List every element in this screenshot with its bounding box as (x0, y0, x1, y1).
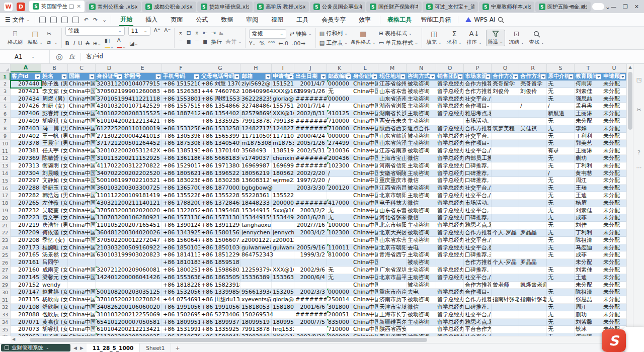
column-header-E[interactable]: E (123, 64, 162, 72)
cell-A5[interactable]: 207426 (11, 103, 41, 110)
cell-Q4[interactable] (492, 96, 519, 103)
cell-R24[interactable] (519, 244, 547, 252)
cell-P8[interactable]: 合作方推荐 (464, 125, 492, 133)
cell-Q26[interactable]: 个人-罗晶 (492, 259, 519, 267)
decrease-indent-icon[interactable]: ⇤ (203, 30, 207, 36)
cell-C3[interactable]: China中国 (68, 88, 96, 96)
borders-button[interactable]: ⊞⌄ (93, 41, 101, 47)
cell-C33[interactable]: China中国 (68, 311, 96, 319)
cell-G23[interactable]: +86 1506607386 (200, 237, 240, 244)
cell-P28[interactable]: 社交平台,/ (464, 274, 492, 282)
justify-icon[interactable]: ≣ (203, 39, 207, 45)
cell-B17[interactable]: 韩浩远 (男 (41, 192, 68, 200)
cell-P15[interactable]: 口碑推荐, (464, 177, 492, 185)
cell-P16[interactable]: 社交平台,/ (464, 185, 492, 192)
cell-R16[interactable] (519, 185, 547, 192)
increase-indent-icon[interactable]: ⇥ (211, 30, 215, 36)
cell-O13[interactable]: 留学总经办 (436, 162, 464, 170)
cell-J16[interactable]: 2003/3/30 (294, 185, 327, 192)
row-header-33[interactable]: 33 (0, 311, 11, 319)
cell-K33[interactable]: 200051 (327, 311, 352, 319)
header-cell-T[interactable]: 教育顾问 (575, 73, 602, 80)
header-cell-C[interactable]: 国籍 (68, 73, 96, 80)
cell-C34[interactable]: China中国 (68, 319, 96, 326)
cell-B29[interactable]: wendy (41, 282, 68, 289)
cell-Q29[interactable]: 曾老师 (492, 282, 519, 289)
cell-G3[interactable]: +44 7460762888 (200, 88, 240, 96)
cell-Q32[interactable] (492, 304, 519, 311)
cell-P25[interactable]: 口碑推荐,无 (464, 251, 492, 259)
cell-M25[interactable]: 青海省西宁 (378, 251, 407, 259)
cell-J10[interactable]: 2005/1/26 (294, 140, 327, 147)
currency-icon[interactable]: ¥⌄ (249, 41, 256, 47)
globe-icon[interactable]: ⊕ (581, 4, 586, 10)
cell-J9[interactable]: 2000/4/24 (294, 133, 327, 140)
sheet-tab-11_28_5_1000[interactable]: 11_28_5_1000 (87, 343, 140, 352)
cell-N16[interactable]: 被动咨询 (407, 185, 436, 192)
cell-U5[interactable]: 未分配 (602, 103, 626, 110)
cell-R17[interactable] (519, 192, 547, 200)
cell-H15[interactable]: 136083127 (240, 177, 272, 185)
row-header-22[interactable]: 22 (0, 229, 11, 237)
cell-R28[interactable] (519, 274, 547, 282)
cell-S12[interactable]: 无 (547, 155, 575, 162)
cell-I32[interactable]: 15818053 (272, 304, 294, 311)
cell-K12[interactable]: 200436 (327, 155, 352, 162)
cell-M23[interactable]: 山东省东营 (378, 237, 407, 244)
cell-Q7[interactable] (492, 118, 519, 125)
cell-B7[interactable]: 胡睿琪 (女 (41, 118, 68, 125)
cell-R14[interactable] (519, 170, 547, 178)
cell-O23[interactable]: 留学总经办 (436, 237, 464, 244)
column-header-L[interactable]: L (352, 64, 378, 72)
cell-S13[interactable]: 无 (547, 162, 575, 170)
cell-C30[interactable]: China中国 (68, 289, 96, 296)
row-header-3[interactable]: 3 (0, 88, 11, 96)
cell-K3[interactable]: 无 (327, 88, 352, 96)
cell-L17[interactable]: China中国 (352, 192, 378, 200)
cell-Q9[interactable] (492, 133, 519, 140)
cell-T12[interactable]: 蒯玏 (575, 155, 602, 162)
cell-T29[interactable]: 未分配 (575, 282, 602, 289)
cell-T4[interactable]: 强思喆 (575, 96, 602, 103)
row-header-24[interactable]: 24 (0, 244, 11, 252)
cell-F31[interactable]: +44 07546918 (162, 296, 200, 304)
select-all-corner[interactable] (0, 64, 11, 72)
cell-T10[interactable]: 郭美艺 (575, 140, 602, 147)
cell-B32[interactable]: 舒欣娴 (女 (41, 304, 68, 311)
cell-G26[interactable]: +86 1859518772 (200, 259, 240, 267)
cell-M24[interactable]: 北京市朝阳 (378, 244, 407, 252)
cell-T2[interactable]: 何雨涛 (575, 80, 602, 88)
cell-Q19[interactable] (492, 207, 519, 215)
cell-J32[interactable]: 2001/6/6 (294, 304, 327, 311)
cell-R19[interactable] (519, 207, 547, 215)
number-format-select[interactable]: 常规⌄ (249, 29, 286, 39)
cell-N17[interactable]: 主动咨询 (407, 192, 436, 200)
cell-B6[interactable]: 彭睿婧 (女 (41, 110, 68, 118)
prev-sheet-icon[interactable]: ◀ (73, 345, 77, 350)
header-cell-M[interactable]: 现住地址 (378, 73, 407, 80)
cell-T13[interactable]: 丁利利 (575, 162, 602, 170)
cell-U4[interactable]: 未分配 (602, 96, 626, 103)
cell-U15[interactable]: 未分配 (602, 177, 626, 185)
cell-K13[interactable]: 102300 (327, 162, 352, 170)
cell-S5[interactable]: / (547, 103, 575, 110)
cell-M29[interactable] (378, 282, 407, 289)
cell-N18[interactable]: 微信 (407, 200, 436, 207)
cell-T24[interactable]: 马恋迪 (575, 244, 602, 252)
cell-U20[interactable]: 未分配 (602, 214, 626, 222)
cell-S23[interactable]: 无 (547, 237, 575, 244)
cell-K2[interactable]: 000000 (327, 80, 352, 88)
cell-T3[interactable]: 刘素佳 (575, 88, 602, 96)
cell-B28[interactable]: 梁馨元 (女 (41, 274, 68, 282)
header-cell-E[interactable]: 护照号 (123, 73, 162, 80)
column-header-Q[interactable]: Q (492, 64, 519, 72)
cell-A7[interactable]: 207409 (11, 118, 41, 125)
cell-S33[interactable]: 无 (547, 311, 575, 319)
font-size-select[interactable]: 11⌄ (128, 26, 150, 36)
cell-N26[interactable]: 被动咨询 (407, 259, 436, 267)
cell-O22[interactable]: 留学总经办 (436, 229, 464, 237)
cell-I16[interactable] (272, 185, 294, 192)
cell-T31[interactable]: 强思喆 (575, 296, 602, 304)
cell-T25[interactable]: 成菲 (575, 251, 602, 259)
chevron-down-icon[interactable]: ⌄ (102, 17, 107, 23)
